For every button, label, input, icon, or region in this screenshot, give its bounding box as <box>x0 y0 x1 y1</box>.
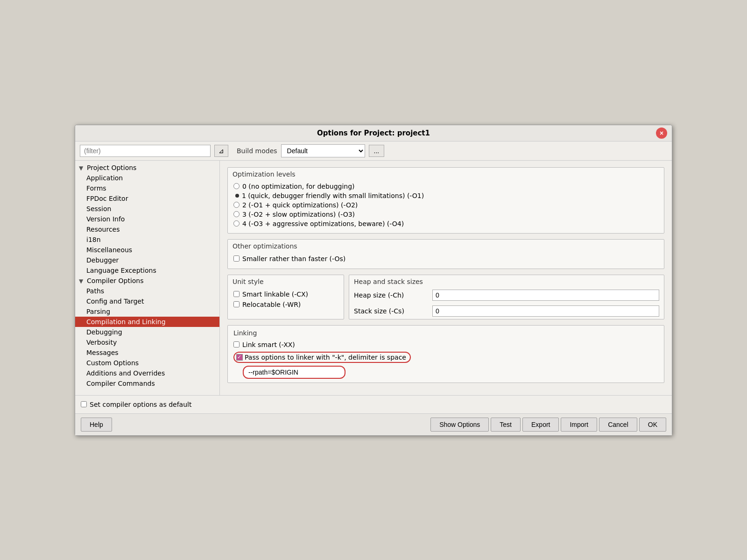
smart-linkable-checkbox[interactable] <box>233 291 240 297</box>
ok-button[interactable]: OK <box>639 418 666 432</box>
sidebar-item-config-and-target[interactable]: Config and Target <box>75 296 219 306</box>
test-button[interactable]: Test <box>491 418 521 432</box>
sidebar-item-additions-and-overrides[interactable]: Additions and Overrides <box>75 368 219 378</box>
heap-stack-section: Heap and stack sizes Heap size (-Ch) Sta… <box>349 275 664 319</box>
toolbar: ⊿ Build modes Default ... <box>75 142 672 161</box>
stack-size-row: Stack size (-Cs) <box>349 303 664 319</box>
sidebar-item-debugger[interactable]: Debugger <box>75 255 219 265</box>
set-default-checkbox[interactable] <box>81 401 87 407</box>
sidebar-item-debugging[interactable]: Debugging <box>75 327 219 337</box>
opt-level-0: 0 (no optimization, for debugging) <box>233 182 658 191</box>
optimization-levels-section: Optimization levels 0 (no optimization, … <box>227 167 664 234</box>
link-smart-checkbox[interactable] <box>233 341 240 347</box>
link-smart-label: Link smart (-XX) <box>242 341 295 348</box>
content-panel: Optimization levels 0 (no optimization, … <box>220 161 672 395</box>
pass-options-row: Pass options to linker with "-k", delimi… <box>233 352 658 363</box>
link-smart-option: Link smart (-XX) <box>233 340 658 350</box>
sidebar-item-session[interactable]: Session <box>75 204 219 214</box>
heap-stack-title: Heap and stack sizes <box>349 275 664 287</box>
sidebar-item-compiler-options[interactable]: ▼ Compiler Options <box>75 276 219 286</box>
other-optimizations-section: Other optimizations Smaller rather than … <box>227 239 664 269</box>
sidebar-item-messages[interactable]: Messages <box>75 347 219 358</box>
sidebar-item-fpdoc-editor[interactable]: FPDoc Editor <box>75 193 219 204</box>
linking-section: Linking Link smart (-XX) Pass options to… <box>227 325 664 383</box>
build-modes-select[interactable]: Default <box>281 144 365 157</box>
sidebar-item-miscellaneous[interactable]: Miscellaneous <box>75 245 219 255</box>
opt-level-4-radio[interactable] <box>233 220 240 227</box>
opt-level-2-label: 2 (-O1 + quick optimizations) (-O2) <box>242 201 358 209</box>
unit-style-title: Unit style <box>228 275 344 287</box>
relocatable-checkbox[interactable] <box>233 301 240 307</box>
sidebar-item-i18n[interactable]: i18n <box>75 234 219 245</box>
opt-level-2-radio[interactable] <box>233 202 240 208</box>
opt-level-0-radio[interactable] <box>233 183 240 189</box>
cancel-button[interactable]: Cancel <box>599 418 637 432</box>
sidebar-item-paths[interactable]: Paths <box>75 286 219 296</box>
import-button[interactable]: Import <box>561 418 597 432</box>
sidebar-item-verbosity[interactable]: Verbosity <box>75 337 219 347</box>
heap-size-label: Heap size (-Ch) <box>354 291 429 299</box>
bullet-dot-icon <box>235 194 239 198</box>
bottom-bar: Set compiler options as default <box>75 395 672 413</box>
options-dialog: Options for Project: project1 × ⊿ Build … <box>75 125 672 436</box>
export-button[interactable]: Export <box>522 418 559 432</box>
build-modes-label: Build modes <box>237 147 277 155</box>
filter-icon-button[interactable]: ⊿ <box>214 145 228 157</box>
sidebar-item-forms[interactable]: Forms <box>75 183 219 193</box>
smaller-than-faster-label: Smaller rather than faster (-Os) <box>242 255 345 262</box>
opt-level-1: 1 (quick, debugger friendly with small l… <box>233 191 658 200</box>
smart-linkable-label: Smart linkable (-CX) <box>242 291 308 298</box>
filter-input[interactable] <box>80 145 211 157</box>
smaller-than-faster-checkbox[interactable] <box>233 255 240 262</box>
opt-level-1-label: 1 (quick, debugger friendly with small l… <box>242 192 424 199</box>
arrow-icon: ▼ <box>79 278 85 284</box>
pass-options-checkbox[interactable] <box>236 354 243 361</box>
dots-button[interactable]: ... <box>369 145 385 157</box>
heap-size-input[interactable] <box>432 290 659 301</box>
rpath-row <box>243 366 345 379</box>
sidebar-item-compilation-and-linking[interactable]: Compilation and Linking <box>75 317 219 327</box>
show-options-button[interactable]: Show Options <box>430 418 489 432</box>
stack-size-label: Stack size (-Cs) <box>354 307 429 315</box>
relocatable-label: Relocatable (-WR) <box>242 301 301 308</box>
unit-heap-row: Unit style Smart linkable (-CX) Relocata… <box>227 275 664 319</box>
pass-options-label: Pass options to linker with "-k", delimi… <box>245 354 406 361</box>
sidebar-item-parsing[interactable]: Parsing <box>75 306 219 317</box>
dialog-title: Options for Project: project1 <box>317 129 430 137</box>
other-optimizations-title: Other optimizations <box>228 240 664 252</box>
sidebar-item-resources[interactable]: Resources <box>75 224 219 234</box>
main-content: ▼ Project Options Application Forms FPDo… <box>75 161 672 395</box>
title-bar: Options for Project: project1 × <box>75 125 672 142</box>
action-buttons-bar: Help Show Options Test Export Import Can… <box>75 413 672 435</box>
sidebar-item-application[interactable]: Application <box>75 173 219 183</box>
stack-size-input[interactable] <box>432 305 659 317</box>
sidebar-item-custom-options[interactable]: Custom Options <box>75 358 219 368</box>
heap-size-row: Heap size (-Ch) <box>349 287 664 303</box>
set-default-option: Set compiler options as default <box>81 399 666 410</box>
opt-level-4: 4 (-O3 + aggressive optimizations, bewar… <box>233 219 658 228</box>
smart-linkable-option: Smart linkable (-CX) <box>233 289 338 299</box>
linking-title: Linking <box>233 329 658 337</box>
arrow-icon: ▼ <box>79 165 85 171</box>
opt-level-4-label: 4 (-O3 + aggressive optimizations, bewar… <box>242 220 404 227</box>
optimization-levels-title: Optimization levels <box>228 168 664 180</box>
opt-level-3-label: 3 (-O2 + slow optimizations) (-O3) <box>242 211 355 218</box>
sidebar-item-language-exceptions[interactable]: Language Exceptions <box>75 265 219 276</box>
set-default-label: Set compiler options as default <box>90 401 191 408</box>
pass-options-circled: Pass options to linker with "-k", delimi… <box>233 352 411 363</box>
opt-level-2: 2 (-O1 + quick optimizations) (-O2) <box>233 200 658 210</box>
sidebar-item-project-options[interactable]: ▼ Project Options <box>75 163 219 173</box>
sidebar: ▼ Project Options Application Forms FPDo… <box>75 161 220 395</box>
unit-style-section: Unit style Smart linkable (-CX) Relocata… <box>227 275 344 319</box>
close-button[interactable]: × <box>656 128 667 139</box>
sidebar-item-compiler-commands[interactable]: Compiler Commands <box>75 378 219 389</box>
opt-level-3: 3 (-O2 + slow optimizations) (-O3) <box>233 210 658 219</box>
smaller-than-faster-option: Smaller rather than faster (-Os) <box>233 254 658 264</box>
sidebar-item-version-info[interactable]: Version Info <box>75 214 219 224</box>
rpath-input[interactable] <box>243 366 345 379</box>
relocatable-option: Relocatable (-WR) <box>233 299 338 310</box>
opt-level-3-radio[interactable] <box>233 211 240 217</box>
help-button[interactable]: Help <box>81 418 112 432</box>
opt-level-0-label: 0 (no optimization, for debugging) <box>242 183 355 190</box>
